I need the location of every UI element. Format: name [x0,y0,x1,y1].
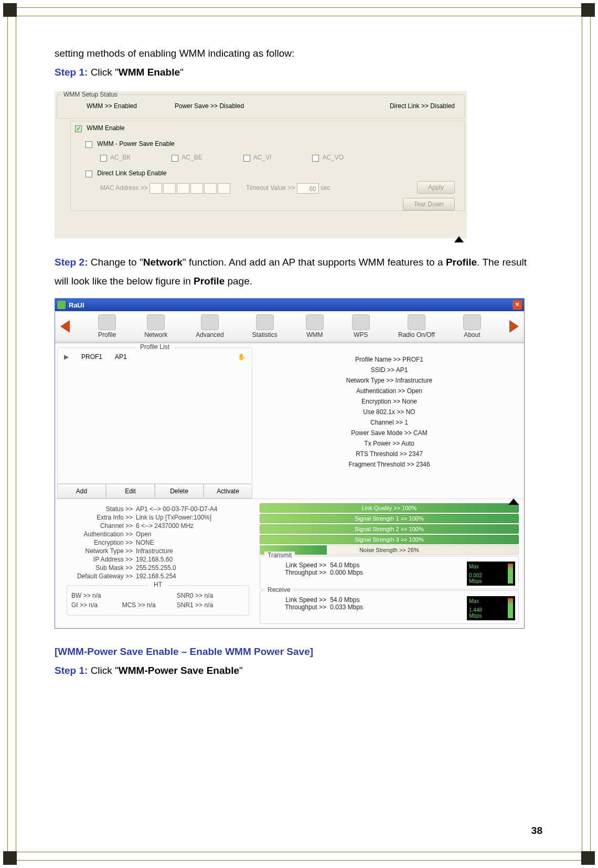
detail-channel: Channel >> 1 [259,419,520,426]
intro-line: setting methods of enabling WMM indicati… [55,44,527,63]
noise-strength-text: Noise Strength >> 26% [359,547,419,553]
delete-button[interactable]: Delete [155,484,204,499]
tx-gauge-max: Max [469,564,513,569]
step-2-seg2: " function. And add an AP that supports … [183,257,446,268]
profile-details: Profile Name >> PROF1 SSID >> AP1 Networ… [254,343,524,499]
network-icon [147,314,165,330]
ac-vi-option: AC_VI [243,154,272,161]
ac-vi-checkbox[interactable] [243,155,250,162]
mac-input-6[interactable] [218,183,230,194]
rx-speed-label: Link Speed >> [263,596,326,604]
tab-statistics[interactable]: Statistics [252,314,277,338]
ht-bw: BW >> n/a [71,592,101,599]
add-button[interactable]: Add [57,484,106,499]
mac-input-2[interactable] [163,183,176,194]
teardown-button[interactable]: Tear Down [403,198,455,210]
rx-speed-value: 54.0 Mbps [330,596,359,604]
gateway-label: Default Gateway >> [67,573,133,580]
rx-gauge-max: Max [469,598,513,604]
activate-button[interactable]: Activate [204,484,252,499]
nav-forward-icon[interactable] [509,320,519,333]
timeout-unit: sec [321,184,330,192]
step-1b-prefix: Click " [88,665,118,676]
extrainfo-label: Extra Info >> [67,514,133,521]
step-1b-label: Step 1: [55,665,88,676]
transmit-group: Transmit Link Speed >> 54.0 Mbps Through… [260,556,519,589]
timeout-input[interactable]: 60 [297,183,319,194]
wmm-ps-option: WMM - Power Save Enable [86,140,175,147]
frame-corner [3,851,17,865]
detail-frag: Fragment Threshold >> 2346 [259,461,520,468]
direct-link-option: Direct Link Setup Enable [86,170,166,177]
channel-value: 6 <--> 2437000 MHz [136,522,194,530]
step-1-text-suffix: " [180,67,184,78]
step-2-line: Step 2: Change to "Network" function. An… [55,253,527,291]
ac-bk-checkbox[interactable] [100,155,107,162]
tab-profile[interactable]: Profile [98,314,116,338]
profile-ssid-cell: AP1 [115,353,127,361]
profile-row[interactable]: ▶ PROF1 AP1 ✋ [60,351,250,363]
channel-label: Channel >> [67,522,133,530]
auth-label: Authentication >> [67,531,133,538]
detail-rts: RTS Threshold >> 2347 [259,450,520,458]
detail-network-type: Network Type >> Infrastructure [259,377,520,384]
mac-input-3[interactable] [177,183,189,194]
ht-gi: GI >> n/a [71,601,101,609]
ac-be-checkbox[interactable] [172,155,178,162]
ntype-value: Infrastructure [136,547,173,555]
tab-profile-label: Profile [98,331,116,338]
tx-gauge-value: 0.002 [469,573,513,578]
tab-radio[interactable]: Radio On/Off [398,314,435,338]
ac-be-label: AC_BE [181,154,202,161]
wmm-setup-status-group: WMM Setup Status WMM >> Enabled Power Sa… [57,94,465,119]
signal-strength-3-text: Signal Strength 3 >> 100% [355,536,423,543]
tab-network[interactable]: Network [144,314,167,338]
signal-strength-1-bar: Signal Strength 1 >> 100% [260,514,519,523]
section-heading: [WMM-Power Save Enable – Enable WMM Powe… [55,646,313,657]
detail-8021x: Use 802.1x >> NO [259,408,520,416]
profile-list-legend: Profile List [136,343,174,351]
close-icon[interactable]: × [512,300,522,310]
ht-snr0: SNR0 >> n/a [177,592,213,599]
step-1-label: Step 1: [55,67,88,78]
frame-corner [3,3,17,17]
tab-radio-label: Radio On/Off [398,331,435,338]
status-label: Status >> [67,505,133,513]
wmm-ps-label: WMM - Power Save Enable [97,140,174,147]
tab-wps[interactable]: WPS [352,314,370,338]
page-number: 38 [531,825,542,837]
link-status-panel: Status >>AP1 <--> 00-03-7F-00-D7-A4 Extr… [55,499,254,628]
ht-group: HT BW >> n/a GI >> n/a MCS >> n/a SNR0 >… [67,585,249,616]
wmm-icon [306,314,324,330]
wmm-enable-checkbox[interactable] [75,125,82,132]
signal-strength-3-bar: Signal Strength 3 >> 100% [260,535,519,544]
wmm-ps-checkbox[interactable] [86,141,92,148]
ht-legend: HT [148,581,167,588]
collapse-icon[interactable] [508,499,519,505]
nav-back-icon[interactable] [60,320,70,333]
enc-label: Encryption >> [67,539,133,546]
tab-wmm[interactable]: WMM [306,314,324,338]
ht-mcs: MCS >> n/a [122,601,156,609]
collapse-icon[interactable] [454,236,464,242]
tab-about[interactable]: About [463,314,481,338]
direct-link-checkbox[interactable] [86,171,92,177]
link-quality-text: Link Quality >> 100% [362,505,417,511]
ac-vo-label: AC_VO [322,154,344,161]
ac-vo-option: AC_VO [312,154,344,161]
tab-advanced[interactable]: Advanced [196,314,223,338]
ac-vo-checkbox[interactable] [312,155,319,162]
mac-input-1[interactable] [150,183,162,194]
rx-gauge-unit: Mbps [469,613,513,619]
detail-auth: Authentication >> Open [259,387,520,395]
apply-button[interactable]: Apply [417,181,455,194]
directlink-status-text: Direct Link >> Disabled [390,102,455,110]
mac-input-4[interactable] [190,183,203,194]
edit-button[interactable]: Edit [106,484,155,499]
signal-strength-2-text: Signal Strength 2 >> 100% [355,526,423,532]
titlebar: RaUI × [55,299,524,311]
mac-input-5[interactable] [204,183,217,194]
rx-gauge: Max 1.448 Mbps [467,596,515,620]
powersave-status-text: Power Save >> Disabled [175,102,244,110]
frame-corner [581,3,595,17]
